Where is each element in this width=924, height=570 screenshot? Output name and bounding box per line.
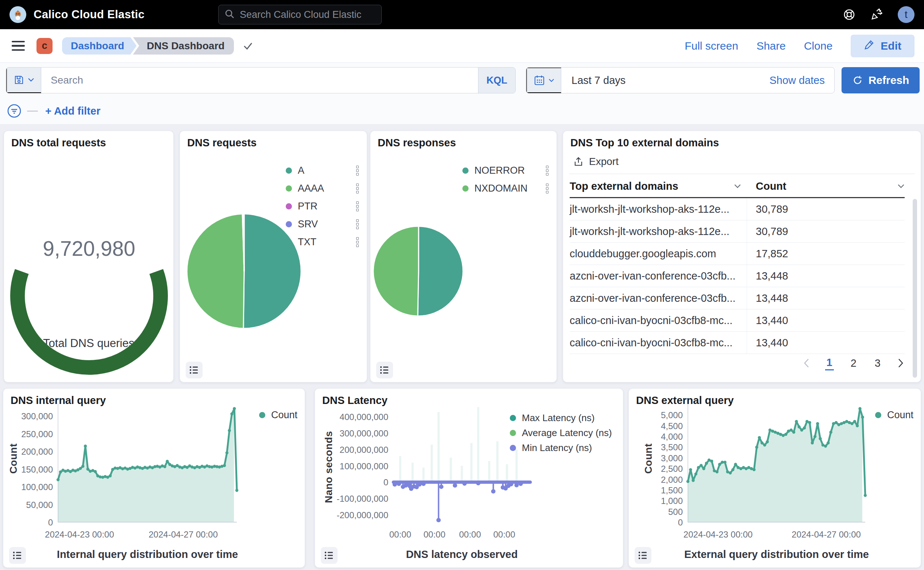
svg-text:250,000: 250,000 bbox=[21, 429, 53, 439]
export-label: Export bbox=[589, 156, 619, 167]
pagination-page-1[interactable]: 1 bbox=[825, 356, 834, 371]
svg-text:0: 0 bbox=[678, 518, 683, 527]
svg-text:300,000: 300,000 bbox=[21, 411, 53, 421]
svg-text:00:00: 00:00 bbox=[423, 530, 445, 539]
chevron-down-icon bbox=[897, 184, 905, 188]
cell-count: 17,852 bbox=[747, 243, 788, 265]
panel-dns-internal-query: DNS internal query Count Count 050,00010… bbox=[3, 388, 305, 568]
refresh-label: Refresh bbox=[869, 74, 909, 86]
navbar: c Dashboard DNS Dashboard Full screen Sh… bbox=[0, 29, 924, 63]
panel-dns-total-requests: DNS total requests Total DNS queries 9,7… bbox=[4, 131, 174, 382]
column-header-count[interactable]: Count bbox=[747, 180, 905, 192]
table-row: calico-cni-ivan-byocni-03cfb8-mc...13,44… bbox=[570, 332, 905, 354]
svg-text:00:00: 00:00 bbox=[389, 530, 411, 539]
kql-search-control: KQL bbox=[6, 67, 516, 93]
kql-language-button[interactable]: KQL bbox=[478, 67, 515, 93]
panel-title: DNS responses bbox=[378, 137, 456, 149]
query-bar: KQL Last 7 days Show dates Refresh bbox=[0, 63, 924, 98]
svg-text:300,000,000: 300,000,000 bbox=[340, 428, 388, 438]
edit-button[interactable]: Edit bbox=[850, 35, 915, 57]
share-button[interactable]: Share bbox=[757, 40, 786, 52]
screen: Calico Cloud Elastic t c Dashboard DNS D… bbox=[0, 0, 924, 570]
full-screen-button[interactable]: Full screen bbox=[685, 40, 738, 52]
pagination-next-icon[interactable] bbox=[897, 358, 904, 368]
chevron-down-icon bbox=[734, 184, 741, 188]
user-avatar[interactable]: t bbox=[898, 6, 915, 23]
news-party-popper-icon[interactable] bbox=[870, 8, 883, 21]
column-label: Top external domains bbox=[570, 180, 679, 192]
clone-button[interactable]: Clone bbox=[804, 40, 832, 52]
filter-icon[interactable] bbox=[6, 103, 22, 119]
svg-text:2024-04-27 00:00: 2024-04-27 00:00 bbox=[792, 530, 861, 539]
table-scrollbar[interactable] bbox=[913, 199, 917, 378]
panel-dns-latency: DNS Latency Nano seconds Max Latency (ns… bbox=[314, 388, 623, 568]
cell-count: 13,448 bbox=[747, 287, 788, 309]
svg-text:100,000,000: 100,000,000 bbox=[340, 461, 388, 471]
cell-domain: calico-cni-ivan-byocni-03cfb8-mc... bbox=[570, 332, 747, 354]
table-row: jlt-worksh-jlt-workshop-aks-112e...30,78… bbox=[570, 198, 905, 221]
time-range-value[interactable]: Last 7 days bbox=[572, 74, 625, 86]
cell-domain: calico-cni-ivan-byocni-03cfb8-mc... bbox=[570, 310, 747, 331]
cell-domain: azcni-over-ivan-conference-03cfb... bbox=[570, 265, 747, 287]
table-row: calico-cni-ivan-byocni-03cfb8-mc...13,44… bbox=[570, 310, 905, 332]
svg-text:DNS latency observed: DNS latency observed bbox=[406, 549, 518, 560]
saved-query-menu[interactable] bbox=[6, 67, 41, 93]
chevron-down-icon bbox=[28, 78, 34, 82]
filter-divider bbox=[27, 110, 38, 112]
pagination-page-3[interactable]: 3 bbox=[873, 357, 882, 370]
panel-dns-top-domains: DNS Top 10 external domains Export Top e… bbox=[563, 131, 921, 382]
global-header: Calico Cloud Elastic t bbox=[0, 0, 924, 29]
cell-count: 30,789 bbox=[747, 198, 788, 220]
global-search-input[interactable] bbox=[240, 9, 375, 20]
cell-domain: azcni-over-ivan-conference-03cfb... bbox=[570, 287, 747, 309]
breadcrumb-current: DNS Dashboard bbox=[133, 37, 234, 55]
cell-count: 13,448 bbox=[747, 265, 788, 287]
date-picker-control: Last 7 days Show dates bbox=[526, 67, 835, 93]
svg-text:2,500: 2,500 bbox=[661, 464, 683, 473]
panel-title: DNS internal query bbox=[11, 394, 106, 406]
svg-text:1,000: 1,000 bbox=[661, 496, 683, 506]
help-icon[interactable] bbox=[843, 8, 855, 21]
svg-text:400,000,000: 400,000,000 bbox=[340, 412, 388, 422]
global-search bbox=[218, 5, 382, 25]
pagination-prev-icon[interactable] bbox=[803, 358, 810, 368]
breadcrumb-dashboard[interactable]: Dashboard bbox=[62, 37, 136, 55]
pagination: 123 bbox=[803, 356, 904, 371]
save-icon bbox=[14, 74, 25, 86]
app-title: Calico Cloud Elastic bbox=[34, 8, 144, 21]
svg-text:4,000: 4,000 bbox=[661, 432, 683, 441]
cell-domain: clouddebugger.googleapis.com bbox=[570, 243, 747, 265]
svg-text:4,500: 4,500 bbox=[661, 421, 683, 431]
edit-label: Edit bbox=[881, 40, 901, 52]
svg-text:00:00: 00:00 bbox=[493, 530, 515, 539]
table-row: clouddebugger.googleapis.com17,852 bbox=[570, 243, 905, 265]
menu-icon[interactable] bbox=[9, 39, 27, 53]
svg-text:9,720,980: 9,720,980 bbox=[43, 237, 135, 260]
panel-title: DNS Latency bbox=[322, 394, 388, 406]
show-dates-button[interactable]: Show dates bbox=[769, 74, 825, 86]
calendar-menu[interactable] bbox=[526, 67, 561, 93]
refresh-button[interactable]: Refresh bbox=[841, 67, 919, 93]
svg-text:0: 0 bbox=[48, 518, 53, 527]
svg-text:150,000: 150,000 bbox=[21, 464, 53, 474]
svg-text:100,000: 100,000 bbox=[21, 482, 53, 492]
export-button[interactable]: Export bbox=[573, 156, 619, 167]
calico-logo-icon bbox=[9, 6, 26, 23]
kql-search-input[interactable] bbox=[41, 67, 478, 93]
add-filter-button[interactable]: + Add filter bbox=[45, 105, 100, 117]
column-header-domains[interactable]: Top external domains bbox=[570, 180, 747, 192]
pencil-icon bbox=[864, 39, 875, 52]
panel-dns-requests: DNS requests AAAAAPTRSRVTXT bbox=[179, 131, 367, 382]
space-badge[interactable]: c bbox=[37, 38, 52, 54]
panel-title: DNS external query bbox=[636, 394, 734, 406]
svg-text:Internal query distribution ov: Internal query distribution over time bbox=[57, 549, 238, 560]
pagination-page-2[interactable]: 2 bbox=[849, 357, 858, 370]
filter-bar: + Add filter bbox=[0, 98, 924, 124]
chevron-down-icon bbox=[549, 78, 554, 83]
cell-domain: jlt-worksh-jlt-workshop-aks-112e... bbox=[570, 221, 747, 242]
svg-text:3,000: 3,000 bbox=[661, 453, 683, 463]
svg-text:2,000: 2,000 bbox=[661, 475, 683, 484]
calendar-icon bbox=[533, 74, 545, 86]
cell-domain: jlt-worksh-jlt-workshop-aks-112e... bbox=[570, 198, 747, 220]
svg-text:200,000,000: 200,000,000 bbox=[340, 445, 388, 455]
